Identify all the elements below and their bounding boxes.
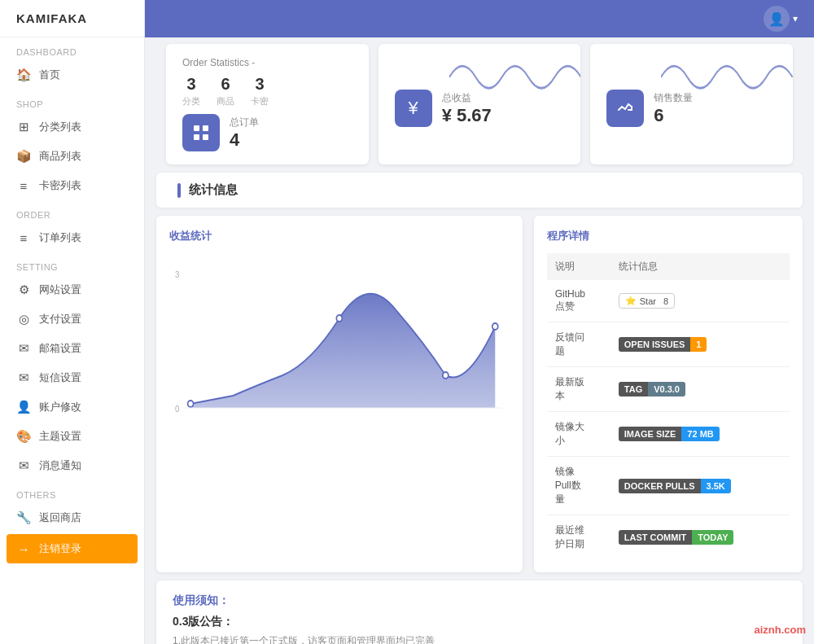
svg-point-6: [336, 315, 342, 322]
row-value: OPEN ISSUES 1: [610, 322, 790, 367]
categories-num: 3 分类: [182, 75, 200, 107]
sidebar-item-account[interactable]: 👤 账户修改: [0, 392, 144, 422]
yen-icon: ¥: [409, 98, 418, 119]
home-icon: 🏠: [16, 68, 31, 82]
logout-icon: →: [16, 542, 31, 556]
sidebar-item-home[interactable]: 🏠 首页: [0, 60, 144, 90]
table-row: 镜像 Pull数 量 DOCKER PULLS 3.5K: [547, 457, 790, 515]
chart-area: 3 0: [169, 253, 510, 418]
notice-body: 1.此版本已接近第一个正式版，访客页面和管理界面均已完善: [173, 634, 786, 644]
order-icon-bg: [182, 114, 220, 151]
row-label: GitHub 点赞: [547, 280, 610, 322]
row-label: 镜像 Pull数 量: [547, 457, 610, 515]
email-icon: ✉: [16, 341, 31, 356]
col-description: 说明: [547, 253, 610, 280]
section-others: OTHERS: [0, 480, 144, 503]
row-label: 最新版 本: [547, 367, 610, 412]
badge-value: V0.3.0: [648, 382, 685, 396]
sidebar-item-notice[interactable]: ✉ 消息通知: [0, 451, 144, 480]
row-label: 反馈问 题: [547, 322, 610, 367]
sidebar-item-category[interactable]: ⊞ 分类列表: [0, 112, 144, 142]
row-value: ⭐ Star 8: [610, 280, 790, 322]
sidebar-item-site-setting[interactable]: ⚙ 网站设置: [0, 275, 144, 304]
order-stats-nums: 3 分类 6 商品 3 卡密: [182, 75, 352, 107]
pay-icon: ◎: [16, 312, 31, 326]
chart-title: 收益统计: [169, 229, 510, 243]
row-value: DOCKER PULLS 3.5K: [610, 457, 790, 515]
svg-rect-3: [203, 134, 208, 140]
table-row: 镜像大 小 IMAGE SIZE 72 MB: [547, 412, 790, 457]
row-value: TAG V0.3.0: [610, 367, 790, 412]
badge-label: DOCKER PULLS: [619, 479, 701, 493]
table-row: GitHub 点赞 ⭐ Star 8: [547, 280, 790, 322]
sidebar-item-logout[interactable]: → 注销登录: [7, 534, 138, 563]
sidebar-item-back-shop[interactable]: 🔧 返回商店: [0, 503, 144, 532]
order-stats-card: Order Statistics - 3 分类 6 商品 3 卡密: [166, 44, 369, 164]
svg-rect-2: [194, 134, 199, 140]
sidebar-item-email-setting[interactable]: ✉ 邮箱设置: [0, 334, 144, 363]
sales-icon-bg: [606, 90, 644, 127]
row-value: IMAGE SIZE 72 MB: [610, 412, 790, 457]
section-setting: SETTING: [0, 252, 144, 275]
section-title: 统计信息: [189, 182, 238, 198]
program-details-title: 程序详情: [547, 229, 790, 243]
sidebar-item-card[interactable]: ≡ 卡密列表: [0, 171, 144, 200]
app-logo: KAMIFAKA: [0, 0, 144, 37]
sms-icon: ✉: [16, 370, 31, 385]
content-row: 收益统计 3 0: [156, 216, 803, 572]
sidebar-item-theme[interactable]: 🎨 主题设置: [0, 422, 144, 451]
col-stats: 统计信息: [610, 253, 790, 280]
table-row: 最近维 护日期 LAST COMMIT TODAY: [547, 515, 790, 560]
card-icon: ≡: [16, 179, 31, 193]
revenue-chart: 3 0: [169, 253, 510, 416]
details-table: 说明 统计信息 GitHub 点赞 ⭐ Star 8: [547, 253, 790, 559]
avatar-dropdown-arrow: ▾: [793, 13, 798, 24]
badge-value: 1: [690, 337, 707, 352]
category-icon: ⊞: [16, 120, 31, 134]
svg-point-9: [188, 401, 194, 407]
program-details-card: 程序详情 说明 统计信息 GitHub 点赞 ⭐ Star 8: [534, 216, 803, 572]
badge-label: TAG: [619, 382, 648, 396]
badge-value: TODAY: [692, 530, 733, 545]
svg-rect-0: [194, 125, 199, 131]
table-row: 反馈问 题 OPEN ISSUES 1: [547, 322, 790, 367]
order-icon: ≡: [16, 231, 31, 245]
row-label: 镜像大 小: [547, 412, 610, 457]
section-order: ORDER: [0, 200, 144, 223]
image-size-badge: IMAGE SIZE 72 MB: [619, 427, 720, 441]
account-icon: 👤: [16, 400, 31, 414]
topbar: 👤 ▾: [145, 0, 814, 37]
notice-card: 使用须知： 0.3版公告： 1.此版本已接近第一个正式版，访客页面和管理界面均已…: [156, 580, 803, 644]
back-icon: 🔧: [16, 510, 31, 525]
order-total-info: 总订单 4: [230, 116, 259, 151]
chart-card: 收益统计 3 0: [156, 216, 523, 572]
stats-row: Order Statistics - 3 分类 6 商品 3 卡密: [145, 36, 814, 173]
svg-point-7: [443, 372, 449, 379]
table-row: 最新版 本 TAG V0.3.0: [547, 367, 790, 412]
avatar[interactable]: 👤: [764, 6, 790, 32]
order-stats-footer: 总订单 4: [182, 114, 352, 151]
sidebar-item-sms-setting[interactable]: ✉ 短信设置: [0, 363, 144, 392]
order-stats-header: Order Statistics -: [182, 57, 352, 68]
star-icon: ⭐: [625, 296, 637, 306]
last-commit-badge: LAST COMMIT TODAY: [619, 530, 734, 545]
theme-icon: 🎨: [16, 429, 31, 444]
row-label: 最近维 护日期: [547, 515, 610, 560]
badge-value: 3.5K: [701, 479, 731, 493]
badge-label: LAST COMMIT: [619, 530, 692, 545]
sidebar-item-pay-setting[interactable]: ◎ 支付设置: [0, 304, 144, 334]
cards-num: 3 卡密: [251, 75, 269, 107]
products-num: 6 商品: [217, 75, 234, 107]
tag-badge: TAG V0.3.0: [619, 382, 685, 396]
badge-value: 72 MB: [681, 427, 719, 441]
sidebar-item-order[interactable]: ≡ 订单列表: [0, 223, 144, 252]
section-dashboard: DASHBOARD: [0, 37, 144, 60]
sidebar-item-product[interactable]: 📦 商品列表: [0, 142, 144, 171]
open-issues-badge: OPEN ISSUES 1: [619, 337, 707, 352]
star-badge: ⭐ Star 8: [619, 293, 675, 309]
main-content: 👤 ▾ Order Statistics - 3 分类 6 商品 3 卡密: [145, 0, 814, 644]
svg-point-8: [492, 323, 498, 330]
row-value: LAST COMMIT TODAY: [610, 515, 790, 560]
badge-label: OPEN ISSUES: [619, 337, 691, 352]
revenue-card: ¥ 总收益 ¥ 5.67: [379, 44, 581, 164]
